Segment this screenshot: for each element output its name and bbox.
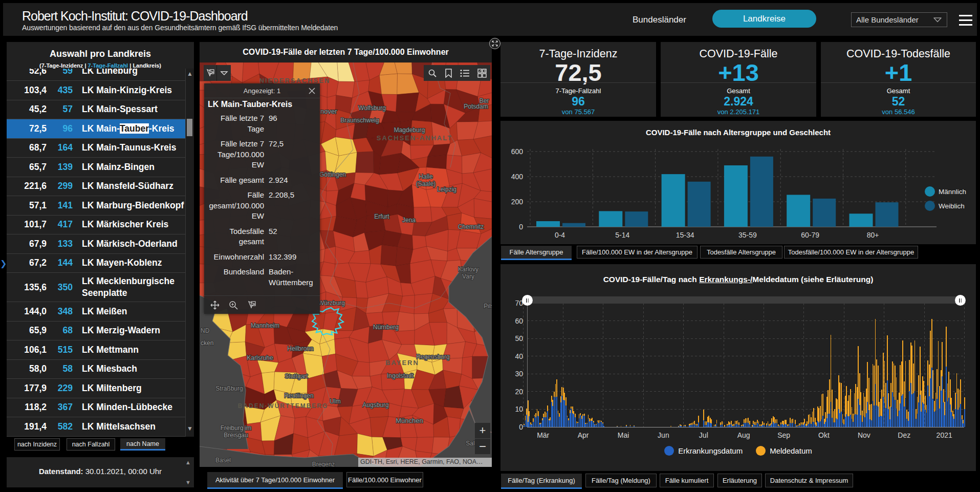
svg-text:Regensburg: Regensburg	[416, 353, 449, 360]
svg-text:Mär: Mär	[537, 431, 549, 439]
svg-text:60-79: 60-79	[801, 231, 819, 239]
svg-text:SACHSEN-ANHALT: SACHSEN-ANHALT	[377, 134, 452, 142]
svg-text:Apr: Apr	[578, 431, 589, 439]
svg-text:20: 20	[515, 388, 523, 396]
svg-text:400: 400	[511, 173, 524, 181]
svg-text:35-59: 35-59	[738, 231, 757, 239]
svg-text:Sep: Sep	[777, 431, 790, 439]
svg-text:Aug: Aug	[737, 431, 750, 439]
svg-text:2021: 2021	[937, 431, 952, 439]
svg-text:Männlich: Männlich	[939, 188, 966, 196]
svg-text:600: 600	[511, 147, 524, 156]
svg-text:Bregenz: Bregenz	[312, 461, 335, 467]
svg-text:60: 60	[515, 317, 523, 325]
svg-text:Ulm: Ulm	[330, 398, 340, 405]
svg-text:Heilbronn: Heilbronn	[287, 345, 313, 352]
svg-text:Stuttgart: Stuttgart	[285, 373, 308, 380]
svg-text:Augsburg: Augsburg	[362, 401, 388, 409]
svg-text:Ber: Ber	[480, 97, 489, 104]
svg-text:Braunschweig: Braunschweig	[340, 117, 379, 124]
svg-text:Leipzig: Leipzig	[437, 186, 456, 193]
svg-text:Ingolstadt: Ingolstadt	[387, 372, 414, 379]
svg-text:BAYERN: BAYERN	[385, 359, 419, 367]
svg-text:München: München	[396, 417, 423, 424]
svg-text:cken: cken	[201, 339, 213, 347]
svg-text:30: 30	[515, 370, 523, 378]
svg-text:Chemnitz: Chemnitz	[458, 223, 484, 230]
svg-text:15-34: 15-34	[676, 231, 694, 239]
svg-text:Freiburg im: Freiburg im	[221, 424, 252, 432]
svg-text:Reutlingen: Reutlingen	[284, 392, 313, 399]
svg-text:Erfurt: Erfurt	[374, 213, 389, 220]
svg-text:Sal: Sal	[466, 440, 474, 447]
svg-text:Göttingen: Göttingen	[319, 171, 346, 178]
svg-text:BADEN-WÜRTTEMBERG: BADEN-WÜRTTEMBERG	[238, 402, 329, 410]
svg-text:Basel: Basel	[215, 457, 231, 464]
svg-text:0: 0	[519, 223, 523, 231]
svg-text:Halle: Halle	[419, 173, 433, 180]
svg-text:Pils: Pils	[484, 303, 492, 310]
svg-text:50: 50	[515, 334, 523, 343]
svg-text:10: 10	[515, 405, 523, 413]
svg-text:Straßburg: Straßburg	[215, 385, 243, 392]
svg-text:Okt: Okt	[818, 431, 830, 439]
svg-text:Jena: Jena	[402, 217, 416, 224]
svg-text:0: 0	[519, 423, 523, 431]
svg-text:80+: 80+	[867, 231, 879, 239]
svg-text:0-4: 0-4	[555, 231, 565, 239]
svg-text:Nürnberg: Nürnberg	[373, 324, 399, 331]
svg-text:Magdeburg: Magdeburg	[394, 126, 425, 134]
svg-text:Weiblich: Weiblich	[939, 202, 965, 210]
svg-text:5-14: 5-14	[615, 231, 629, 239]
svg-text:Mai: Mai	[618, 431, 629, 439]
svg-text:nover: nover	[320, 108, 337, 115]
svg-text:Jun: Jun	[658, 431, 669, 439]
svg-text:Karlovy: Karlovy	[458, 266, 478, 273]
svg-text:Mannheim: Mannheim	[251, 322, 279, 329]
svg-text:Wolfsburg: Wolfsburg	[358, 104, 386, 112]
svg-text:40: 40	[515, 352, 523, 360]
svg-text:(Saale): (Saale)	[416, 180, 436, 187]
svg-text:Vary: Vary	[462, 273, 474, 280]
svg-text:Jul: Jul	[699, 431, 708, 439]
svg-text:Nov: Nov	[858, 431, 870, 439]
svg-text:Karlsruhe: Karlsruhe	[247, 354, 273, 361]
svg-text:Breisgau: Breisgau	[224, 432, 248, 439]
svg-text:200: 200	[511, 198, 524, 206]
svg-text:ND: ND	[201, 327, 210, 334]
svg-text:Dez: Dez	[898, 431, 910, 439]
svg-text:Würzburg: Würzburg	[318, 300, 345, 307]
